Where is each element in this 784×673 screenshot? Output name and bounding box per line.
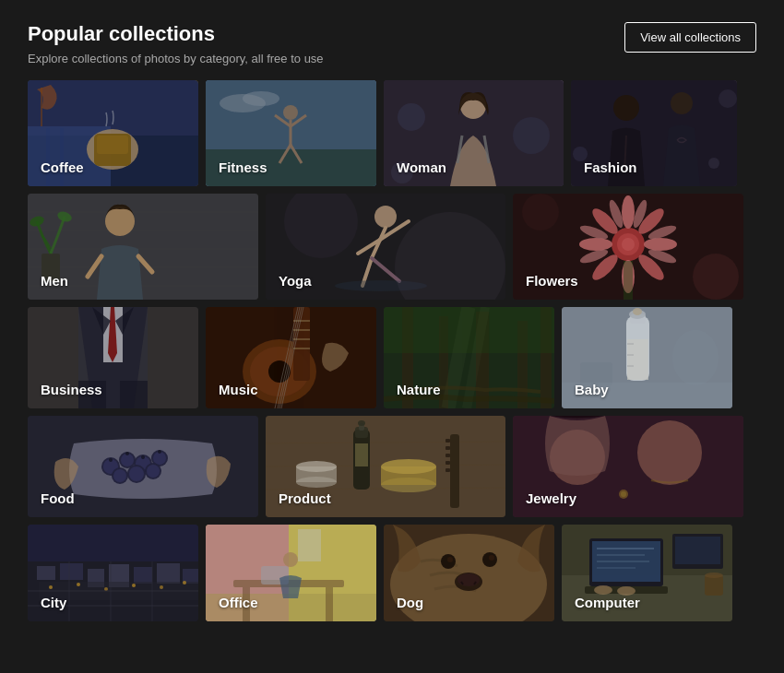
collection-card-baby[interactable]: Baby: [562, 307, 732, 408]
collection-card-computer[interactable]: Computer: [562, 525, 732, 621]
card-label-men: Men: [41, 273, 68, 289]
view-all-button[interactable]: View all collections: [624, 22, 756, 53]
card-label-woman: Woman: [397, 159, 446, 175]
collections-row-4: Food: [28, 416, 756, 517]
card-label-jewelry: Jewelry: [526, 490, 576, 506]
card-label-computer: Computer: [575, 595, 640, 610]
collection-card-food[interactable]: Food: [28, 416, 258, 517]
card-label-dog: Dog: [397, 595, 423, 610]
card-label-food: Food: [41, 490, 75, 506]
collection-card-nature[interactable]: Nature: [384, 307, 554, 408]
collection-card-music[interactable]: Music: [206, 307, 376, 408]
collection-card-jewelry[interactable]: Jewelry: [513, 416, 743, 517]
collection-card-business[interactable]: Business: [28, 307, 198, 408]
card-label-business: Business: [41, 382, 102, 397]
collection-card-yoga[interactable]: Yoga: [266, 194, 505, 300]
collection-card-dog[interactable]: Dog: [384, 525, 554, 621]
card-label-nature: Nature: [397, 382, 441, 397]
collections-row-1: Coffee: [28, 80, 756, 186]
card-label-flowers: Flowers: [526, 273, 578, 289]
header-text: Popular collections Explore collections …: [28, 22, 324, 65]
collection-card-flowers[interactable]: Flowers: [513, 194, 743, 300]
card-label-baby: Baby: [575, 382, 609, 397]
card-label-fitness: Fitness: [219, 159, 267, 175]
card-label-office: Office: [219, 595, 258, 610]
card-label-yoga: Yoga: [279, 273, 312, 289]
collection-card-men[interactable]: Men: [28, 194, 258, 300]
collection-card-coffee[interactable]: Coffee: [28, 80, 198, 186]
collections-row-2: Men: [28, 194, 756, 300]
collections-grid: Coffee: [0, 80, 784, 647]
collection-card-woman[interactable]: Woman: [384, 80, 564, 186]
collection-card-fashion[interactable]: Fashion: [571, 80, 737, 186]
page-subtitle: Explore collections of photos by categor…: [28, 52, 324, 65]
collections-row-3: Business: [28, 307, 756, 408]
card-label-music: Music: [219, 382, 258, 397]
collection-card-office[interactable]: Office: [206, 525, 376, 621]
page-title: Popular collections: [28, 22, 324, 46]
collection-card-fitness[interactable]: Fitness: [206, 80, 376, 186]
card-label-city: City: [41, 595, 66, 610]
collections-row-5: City: [28, 525, 756, 621]
page-header: Popular collections Explore collections …: [0, 0, 784, 80]
card-label-coffee: Coffee: [41, 159, 84, 175]
card-label-product: Product: [279, 490, 331, 506]
collection-card-product[interactable]: Product: [266, 416, 505, 517]
collection-card-city[interactable]: City: [28, 525, 198, 621]
card-label-fashion: Fashion: [584, 159, 637, 175]
